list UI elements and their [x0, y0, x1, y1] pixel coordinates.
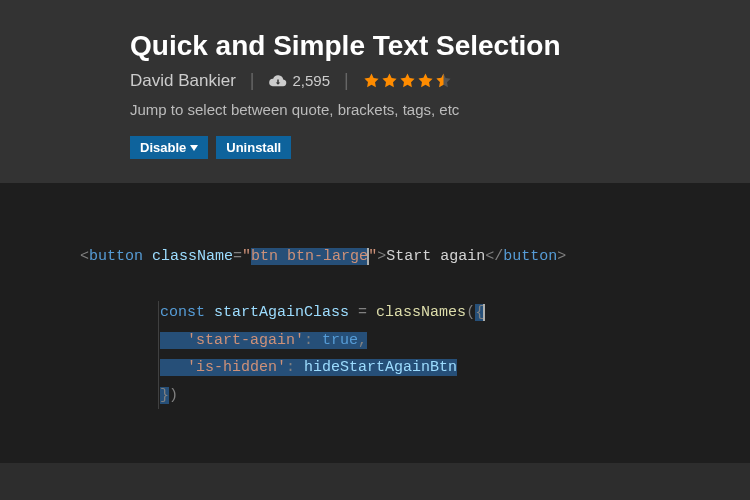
attr-token: className — [152, 248, 233, 265]
key-token: 'start-again' — [187, 332, 304, 349]
bool-token: true — [322, 332, 358, 349]
star-icon — [399, 72, 416, 89]
code-line: 'is-hidden': hideStartAgainBtn — [160, 354, 750, 382]
var-token: startAgainClass — [214, 304, 349, 321]
caret-down-icon — [190, 145, 198, 151]
meta-row: David Bankier | 2,595 | — [130, 70, 750, 91]
code-preview: <button className="btn btn-large">Start … — [0, 183, 750, 463]
key-token: 'is-hidden' — [187, 359, 286, 376]
disable-button[interactable]: Disable — [130, 136, 208, 159]
code-line[interactable]: <button className="btn btn-large">Start … — [80, 243, 750, 271]
selected-text: btn btn-large — [251, 248, 368, 265]
code-block[interactable]: const startAgainClass = classNames({ 'st… — [160, 299, 750, 410]
tag-token: button — [503, 248, 557, 265]
cloud-download-icon — [269, 74, 287, 88]
code-line: }) — [160, 382, 750, 410]
uninstall-button[interactable]: Uninstall — [216, 136, 291, 159]
tag-token: button — [89, 248, 143, 265]
indent-guide — [158, 301, 159, 409]
extension-header: Quick and Simple Text Selection David Ba… — [0, 0, 750, 183]
divider: | — [250, 70, 255, 91]
rating-stars[interactable] — [363, 72, 452, 89]
var-token: hideStartAgainBtn — [304, 359, 457, 376]
star-icon — [363, 72, 380, 89]
download-number: 2,595 — [293, 72, 331, 89]
extension-title: Quick and Simple Text Selection — [130, 30, 750, 62]
star-icon — [417, 72, 434, 89]
text-token: Start again — [386, 248, 485, 265]
code-line: const startAgainClass = classNames({ — [160, 299, 750, 327]
keyword-token: const — [160, 304, 205, 321]
download-count: 2,595 — [269, 72, 331, 89]
func-token: classNames — [376, 304, 466, 321]
divider: | — [344, 70, 349, 91]
extension-description: Jump to select between quote, brackets, … — [130, 101, 750, 118]
star-icon — [381, 72, 398, 89]
author-name[interactable]: David Bankier — [130, 71, 236, 91]
text-cursor — [483, 304, 485, 321]
star-half-icon — [435, 72, 452, 89]
code-line: 'start-again': true, — [160, 327, 750, 355]
action-row: Disable Uninstall — [130, 136, 750, 159]
disable-label: Disable — [140, 140, 186, 155]
